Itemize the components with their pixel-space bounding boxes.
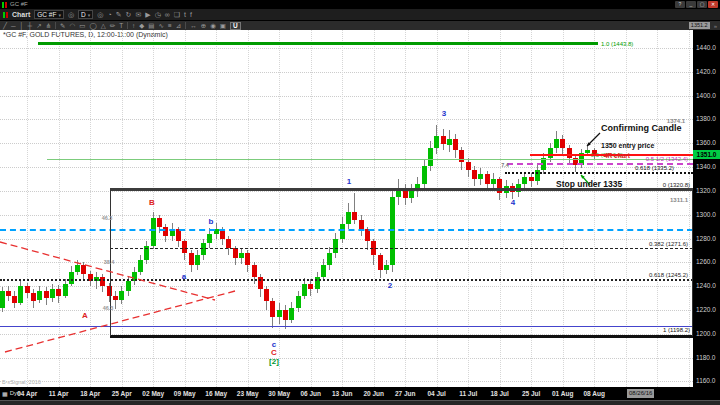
wave-label[interactable]: 1	[347, 177, 351, 186]
wave-label[interactable]: 46.3	[103, 305, 114, 311]
calendar-icon: ▦	[2, 390, 8, 397]
drawing-toolbar: ╱─│┼↗⋔✎◠▭◯△✏T↑◆▤∿≡⊿↔⊕◉▣ U 1351.2 »	[0, 21, 720, 30]
price-axis[interactable]: 1440.01420.01400.01380.01360.01340.01320…	[693, 30, 720, 387]
gridline-vertical	[59, 30, 60, 387]
level-line[interactable]	[0, 279, 693, 281]
arc-tool[interactable]: ◠	[70, 21, 76, 30]
close-button[interactable]: ✕	[708, 1, 718, 8]
bottom-scroll-strip[interactable]	[0, 400, 720, 405]
pitchfork-tool[interactable]: ⋔	[46, 21, 51, 30]
alert-clock-icon[interactable]: ◔	[107, 10, 111, 20]
candle-body	[302, 284, 307, 296]
elliott-wave-tool[interactable]: ∿	[159, 21, 164, 30]
gann-fan-tool[interactable]: ⊿	[176, 21, 181, 30]
chart-plot-area[interactable]: *GC #F, GOLD FUTURES, D, 12:00-11:00 (Dy…	[0, 30, 693, 387]
candle-body	[466, 162, 471, 169]
toolbar-overflow-icon[interactable]: »	[714, 23, 717, 29]
candle-body	[126, 281, 131, 291]
candle-body	[428, 148, 433, 166]
candle-body	[346, 212, 351, 224]
shape-mark-tool[interactable]: ◆	[139, 21, 144, 30]
lock-drawings-tool[interactable]: ▣	[220, 21, 226, 30]
cross-line-tool[interactable]: ┼	[28, 21, 33, 30]
time-axis-tick: 27 Jun	[395, 390, 416, 397]
help-button[interactable]: ?	[675, 1, 685, 8]
edit-icon[interactable]: ✎	[116, 10, 122, 20]
candle-body	[384, 265, 389, 270]
minimize-button[interactable]: _	[686, 1, 696, 8]
level-line[interactable]	[47, 159, 693, 160]
annotation-text[interactable]: Confirming Candle	[601, 123, 682, 133]
wave-label[interactable]: 3	[442, 109, 446, 118]
annotation-text[interactable]: Stop under 1335	[556, 179, 622, 189]
candle-body	[585, 150, 590, 152]
fib-retracement-tool[interactable]: ≡	[168, 21, 172, 30]
main-toolbar: Chart GC #F ▾ ◎ D ▾ ◎ ◔✎↻✉▶◷∞❏tf	[0, 9, 720, 21]
gridline-vertical	[531, 30, 532, 387]
price-axis-tick: 1180.0	[696, 354, 715, 361]
symbol-input[interactable]: GC #F ▾	[34, 10, 64, 19]
candle-body	[441, 136, 446, 144]
measure-tool[interactable]: ↔	[190, 21, 197, 30]
vertical-line-tool[interactable]: │	[20, 21, 24, 30]
replay-icon[interactable]: ▶	[145, 10, 150, 20]
price-axis-tick: 1280.0	[696, 235, 716, 242]
level-line[interactable]	[505, 172, 693, 174]
gridline-vertical	[563, 30, 564, 387]
restore-button[interactable]: ▢	[697, 1, 707, 8]
arrow-line-tool[interactable]: ↗	[36, 21, 41, 30]
facebook-icon[interactable]: f	[190, 10, 192, 20]
ellipse-tool[interactable]: ◯	[89, 21, 96, 30]
message-icon[interactable]: ✉	[135, 10, 141, 20]
brush-tool[interactable]: ✎	[60, 21, 65, 30]
wave-label[interactable]: 46.3	[102, 215, 113, 221]
time-axis-tick: 20 Jun	[363, 390, 384, 397]
horizontal-line-tool[interactable]: ─	[11, 21, 16, 30]
price-axis-tick: 1340.0	[696, 163, 716, 170]
wave-label[interactable]: C	[271, 348, 277, 357]
wave-label[interactable]: A	[82, 311, 88, 320]
symbol-search-icon[interactable]: ◎	[68, 10, 74, 20]
wave-label[interactable]: B	[149, 198, 155, 207]
time-axis[interactable]: ▦ Dyn 08/26/16 04 Apr11 Apr18 Apr25 Apr0…	[0, 387, 720, 400]
zoom-in-tool[interactable]: ⊕	[201, 21, 206, 30]
gridline-vertical	[216, 30, 217, 387]
compare-icon[interactable]: ◎	[97, 10, 103, 20]
gridline-vertical	[153, 30, 154, 387]
time-axis-tick: 06 Jun	[300, 390, 321, 397]
level-line[interactable]	[110, 248, 693, 249]
gridline-vertical	[311, 30, 312, 387]
interval-input[interactable]: D ▾	[78, 10, 93, 19]
rectangle-tool[interactable]: ▭	[79, 21, 85, 30]
annotation-text[interactable]: 1350 entry price	[601, 142, 654, 149]
comment-icon[interactable]: ❏	[174, 10, 180, 20]
twitter-icon[interactable]: t	[184, 10, 186, 20]
refresh-icon[interactable]: ↻	[126, 10, 132, 20]
wave-label[interactable]: b	[209, 217, 214, 226]
chart-tab-label[interactable]: Chart	[12, 11, 30, 18]
trend-line-tool[interactable]: ╱	[3, 21, 7, 30]
wave-label[interactable]: 1311.1	[670, 197, 688, 203]
pattern-tool[interactable]: ▤	[148, 21, 154, 30]
wave-label[interactable]: 4	[511, 198, 515, 207]
wave-label[interactable]: 7.4	[501, 162, 509, 168]
wave-label[interactable]: [2]	[269, 357, 279, 366]
underline-button[interactable]: U	[230, 22, 241, 30]
wave-label[interactable]: a	[182, 272, 186, 281]
annotation-text[interactable]: 4R chart	[604, 152, 630, 159]
magnet-tool[interactable]: ◉	[210, 21, 216, 30]
triangle-tool[interactable]: △	[101, 21, 106, 30]
level-line[interactable]	[0, 326, 693, 327]
level-line[interactable]	[38, 42, 598, 45]
wave-label[interactable]: 2	[388, 281, 392, 290]
wave-label[interactable]: 38.4	[104, 259, 115, 265]
text-tool[interactable]: T	[119, 21, 123, 30]
history-icon[interactable]: ◷	[155, 10, 161, 20]
arrow-mark-tool[interactable]: ↑	[132, 21, 135, 30]
link-icon[interactable]: ∞	[165, 10, 170, 20]
level-line[interactable]	[110, 335, 693, 338]
level-line[interactable]	[0, 229, 693, 231]
toolbar-divider	[55, 22, 56, 29]
polyline-tool[interactable]: ✏	[110, 21, 115, 30]
candle-body	[378, 255, 383, 269]
